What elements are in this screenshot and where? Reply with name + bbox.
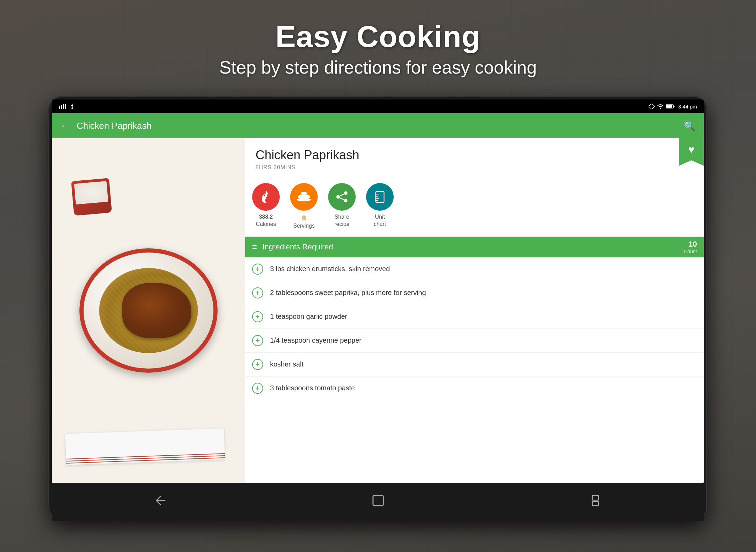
share-label: Sharerecipe <box>334 213 350 228</box>
plate-base <box>79 248 218 373</box>
ingredient-text-3: 1/4 teaspoon cayenne pepper <box>270 336 362 344</box>
svg-rect-17 <box>376 191 384 202</box>
ingredient-add-1[interactable]: + <box>252 287 263 298</box>
servings-icon-circle <box>290 183 318 211</box>
usb-icon <box>70 104 75 109</box>
ingredients-title: Ingredients Required <box>262 242 684 251</box>
servings-button[interactable]: 8 Servings <box>290 183 318 230</box>
ingredient-item-1: + 2 tablespoons sweet paprika, plus more… <box>245 281 704 305</box>
dish-icon <box>296 191 312 203</box>
svg-rect-11 <box>301 192 307 194</box>
ingredient-text-2: 1 teaspoon garlic powder <box>270 313 347 321</box>
search-button[interactable]: 🔍 <box>683 120 696 132</box>
back-button[interactable]: ← <box>60 120 70 131</box>
flame-icon <box>260 190 272 204</box>
ingredient-item: + 3 lbs chicken drumsticks, skin removed <box>245 257 704 281</box>
svg-point-12 <box>344 191 347 195</box>
ingredient-item-3: + 1/4 teaspoon cayenne pepper <box>245 329 704 353</box>
napkin <box>65 428 225 465</box>
status-time: 3:44 pm <box>678 104 697 110</box>
share-icon-circle <box>328 183 356 211</box>
unit-icon-circle <box>366 183 394 211</box>
food-image-panel <box>52 138 245 483</box>
ingredients-header: ≡ Ingredients Required 10 Count <box>245 237 704 257</box>
recipe-panel: ♥ Chicken Paprikash 5HRS 30MINS <box>245 138 704 483</box>
plate <box>69 238 228 383</box>
ingredient-add-3[interactable]: + <box>252 335 263 346</box>
svg-point-6 <box>660 108 661 109</box>
calories-button[interactable]: 388.2 Calories <box>252 183 280 230</box>
dip-bowl <box>71 178 112 216</box>
noodles <box>99 268 198 353</box>
share-icon <box>335 190 348 203</box>
svg-rect-9 <box>666 105 672 108</box>
action-buttons: 388.2 Calories <box>245 183 704 237</box>
recipe-title: Chicken Paprikash <box>256 148 693 162</box>
nav-recents-button[interactable] <box>589 494 602 510</box>
meat-pile <box>122 283 191 338</box>
svg-rect-24 <box>592 495 599 500</box>
servings-label: 8 Servings <box>293 213 315 230</box>
calories-label: 388.2 Calories <box>256 213 276 228</box>
svg-rect-23 <box>373 495 383 506</box>
bottom-nav <box>52 483 704 521</box>
ruler-icon <box>373 190 387 204</box>
tablet-screen: 3:44 pm ← Chicken Paprikash 🔍 <box>52 99 704 483</box>
ingredient-text-4: kosher salt <box>270 360 304 368</box>
status-bar: 3:44 pm <box>52 99 704 113</box>
svg-rect-3 <box>65 104 66 109</box>
status-left-icons <box>59 104 75 109</box>
page-subtitle: Step by step directions for easy cooking <box>0 57 756 78</box>
svg-rect-25 <box>592 502 599 506</box>
signal-icon <box>59 104 66 109</box>
svg-point-10 <box>297 198 311 201</box>
count-label-text: Count <box>684 249 697 254</box>
count-value: 10 <box>684 240 697 249</box>
ingredient-add-5[interactable]: + <box>252 383 263 394</box>
nav-back-button[interactable] <box>154 494 168 510</box>
nav-home-button[interactable] <box>372 494 385 510</box>
calories-icon-circle <box>252 183 280 211</box>
ingredient-add-2[interactable]: + <box>252 311 263 322</box>
unit-label: Unitchart <box>374 213 386 228</box>
svg-point-13 <box>336 195 340 199</box>
recipe-header: ♥ Chicken Paprikash 5HRS 30MINS <box>245 138 704 183</box>
svg-point-14 <box>344 199 347 202</box>
ingredient-add-0[interactable]: + <box>252 264 263 275</box>
tablet-frame: 3:44 pm ← Chicken Paprikash 🔍 <box>48 96 707 521</box>
diamond-icon <box>649 104 655 109</box>
content-area: ♥ Chicken Paprikash 5HRS 30MINS <box>52 138 704 483</box>
svg-line-16 <box>340 198 344 200</box>
ingredient-item-2: + 1 teaspoon garlic powder <box>245 305 704 329</box>
ingredient-add-4[interactable]: + <box>252 359 263 370</box>
share-recipe-button[interactable]: Sharerecipe <box>328 183 356 230</box>
svg-marker-5 <box>649 104 655 109</box>
app-bar: ← Chicken Paprikash 🔍 <box>52 113 704 138</box>
ingredient-text-1: 2 tablespoons sweet paprika, plus more f… <box>270 289 426 297</box>
food-image <box>52 138 245 483</box>
page-title: Easy Cooking <box>0 19 756 54</box>
ingredient-item-4: + kosher salt <box>245 353 704 377</box>
svg-rect-8 <box>673 106 674 107</box>
battery-icon <box>666 104 675 109</box>
ingredients-list: + 3 lbs chicken drumsticks, skin removed… <box>245 257 704 400</box>
ingredient-item-5: + 3 tablespoons tomato paste <box>245 377 704 400</box>
ingredients-list-icon: ≡ <box>252 242 257 252</box>
app-bar-title: Chicken Paprikash <box>77 121 683 131</box>
ingredient-text-0: 3 lbs chicken drumsticks, skin removed <box>270 265 390 273</box>
svg-rect-0 <box>59 106 60 109</box>
svg-rect-2 <box>63 104 64 109</box>
svg-line-15 <box>340 194 344 196</box>
svg-point-4 <box>71 108 73 109</box>
recipe-time: 5HRS 30MINS <box>256 164 693 171</box>
status-right-icons: 3:44 pm <box>649 104 697 110</box>
ingredient-text-5: 3 tablespoons tomato paste <box>270 384 355 392</box>
svg-rect-1 <box>61 105 62 109</box>
wifi-icon <box>657 104 664 109</box>
count-area: 10 Count <box>684 240 697 254</box>
unit-chart-button[interactable]: Unitchart <box>366 183 394 230</box>
